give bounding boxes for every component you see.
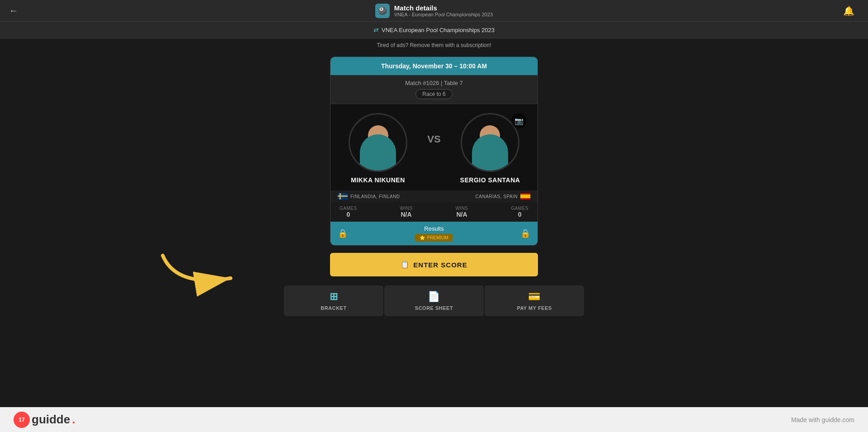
- player1-wins-label: WINS: [400, 206, 412, 211]
- guidde-badge-count: 17: [19, 417, 24, 423]
- championship-bar: ⇄ VNEA European Pool Championships 2023: [0, 22, 868, 38]
- guidde-made-with: Made with guidde.com: [791, 416, 854, 423]
- tab-score-sheet[interactable]: 📄 SCORE SHEET: [384, 285, 484, 316]
- player2-games-value: 0: [518, 211, 522, 218]
- player1-wins-value: N/A: [401, 211, 411, 218]
- match-date-time: Thursday, November 30 – 10:00 AM: [381, 62, 487, 70]
- nav-title-block: Match details VNEA - European Pool Champ…: [394, 4, 493, 17]
- match-separator: |: [441, 80, 444, 86]
- player1-games-value: 0: [346, 211, 350, 218]
- players-section: MIKKA NIKUNEN VS SERGIO SANTANA 📷: [330, 104, 538, 190]
- ad-text: Tired of ads? Remove them with a subscri…: [377, 42, 491, 48]
- nav-title: Match details: [394, 4, 493, 12]
- race-badge: Race to 6: [415, 89, 452, 99]
- tab-score-sheet-label: SCORE SHEET: [415, 305, 453, 311]
- player2-wins-value: N/A: [456, 211, 467, 218]
- app-icon: 🎱: [375, 4, 390, 18]
- player1-games-block: GAMES 0: [340, 206, 357, 218]
- player1-country: FINLANDIA, FINLAND: [350, 194, 400, 199]
- championship-text: VNEA European Pool Championships 2023: [382, 27, 495, 33]
- main-content: Thursday, November 30 – 10:00 AM Match #…: [0, 52, 868, 316]
- enter-score-button[interactable]: 📋 ENTER SCORE: [330, 253, 538, 276]
- bottom-tabs: ⊞ BRACKET 📄 SCORE SHEET 💳 PAY MY FEES: [284, 285, 584, 316]
- enter-score-icon: 📋: [401, 261, 410, 269]
- premium-badge: ⭐ PREMIUM: [415, 234, 453, 242]
- player2-avatar-body: [472, 134, 508, 171]
- ad-bar: Tired of ads? Remove them with a subscri…: [0, 38, 868, 52]
- enter-score-label: ENTER SCORE: [413, 261, 467, 269]
- country-row: FINLANDIA, FINLAND CANARIAS, SPAIN: [330, 190, 538, 202]
- spain-flag-icon: [520, 193, 530, 199]
- player1-wins-block: WINS N/A: [400, 206, 412, 218]
- lock-left-icon: 🔒: [338, 228, 348, 238]
- enter-score-container: 📋 ENTER SCORE: [330, 253, 538, 276]
- match-card: Thursday, November 30 – 10:00 AM Match #…: [330, 57, 538, 246]
- player2-wins-block: WINS N/A: [455, 206, 468, 218]
- finland-flag-icon: [338, 193, 348, 199]
- player2-name: SERGIO SANTANA: [460, 176, 520, 184]
- player1-country-block: FINLANDIA, FINLAND: [338, 193, 400, 199]
- bracket-icon: ⊞: [330, 291, 338, 303]
- vs-text: VS: [427, 133, 440, 145]
- guidde-logo: 17 guidde .: [14, 412, 75, 428]
- match-number: Match #1026: [405, 80, 439, 86]
- tab-pay-fees-label: PAY MY FEES: [517, 305, 552, 311]
- championship-label: ⇄ VNEA European Pool Championships 2023: [5, 26, 863, 33]
- results-label: Results: [424, 225, 443, 232]
- player1-avatar: [349, 113, 407, 172]
- tab-bracket[interactable]: ⊞ BRACKET: [284, 285, 383, 316]
- back-arrow-icon: ←: [9, 5, 18, 16]
- match-info: Match #1026 | Table 7 Race to 6: [330, 75, 538, 104]
- player2-avatar: [461, 113, 519, 172]
- match-header: Thursday, November 30 – 10:00 AM: [330, 57, 538, 75]
- player2-wins-label: WINS: [455, 206, 468, 211]
- player2-country-block: CANARIAS, SPAIN: [476, 193, 530, 199]
- pay-fees-icon: 💳: [528, 291, 541, 303]
- top-nav: ← 🎱 Match details VNEA - European Pool C…: [0, 0, 868, 22]
- tab-bracket-label: BRACKET: [321, 305, 346, 311]
- match-table: Table 7: [444, 80, 463, 86]
- player2-country: CANARIAS, SPAIN: [476, 194, 518, 199]
- player1-avatar-body: [360, 134, 396, 171]
- bell-icon[interactable]: 🔔: [843, 5, 854, 16]
- guidde-badge: 17: [14, 412, 30, 428]
- camera-button[interactable]: 📷: [511, 113, 527, 128]
- guidde-dot: .: [72, 413, 75, 427]
- nav-subtitle: VNEA - European Pool Championships 2023: [394, 12, 493, 17]
- player1-games-label: GAMES: [340, 206, 357, 211]
- results-section: 🔒 Results ⭐ PREMIUM 🔒: [330, 222, 538, 245]
- back-button[interactable]: ←: [9, 5, 18, 16]
- tab-pay-fees[interactable]: 💳 PAY MY FEES: [485, 285, 584, 316]
- player2-games-label: GAMES: [511, 206, 528, 211]
- champ-icon: ⇄: [373, 26, 379, 33]
- lock-right-icon: 🔒: [520, 228, 530, 238]
- guidde-footer: 17 guidde . Made with guidde.com: [0, 407, 868, 432]
- stats-row: GAMES 0 WINS N/A WINS N/A GAMES 0: [330, 202, 538, 222]
- guidde-brand-text: guidde: [32, 413, 70, 427]
- player2-games-block: GAMES 0: [511, 206, 528, 218]
- nav-center: 🎱 Match details VNEA - European Pool Cha…: [375, 4, 493, 18]
- score-sheet-icon: 📄: [428, 291, 440, 303]
- player1-name: MIKKA NIKUNEN: [351, 176, 405, 184]
- player1-block: MIKKA NIKUNEN: [340, 113, 416, 184]
